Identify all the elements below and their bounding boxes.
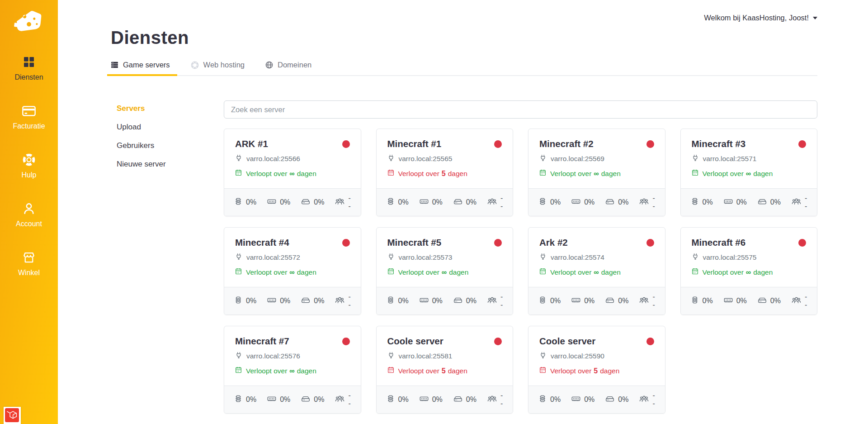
cpu-stat: 0%	[538, 197, 561, 207]
people-icon	[792, 296, 801, 306]
memory-icon	[724, 296, 733, 306]
subnav-item-upload[interactable]: Upload	[117, 123, 224, 132]
expiry-row: Verloopt over ∞ dagen	[235, 367, 350, 375]
server-card[interactable]: Minecraft #5 varro.loca	[376, 227, 514, 315]
cpu-icon	[234, 296, 242, 306]
expiry-row: Verloopt over ∞ dagen	[539, 268, 654, 276]
cpu-icon	[538, 296, 547, 306]
expiry-row: Verloopt over 5 dagen	[387, 169, 502, 178]
server-card-body: Minecraft #7 varro.loca	[224, 326, 361, 386]
disk-stat: 0%	[605, 296, 628, 306]
server-name: Coole server	[387, 336, 443, 347]
cpu-icon	[387, 296, 395, 306]
expiry-prefix: Verloopt over	[398, 170, 439, 178]
plug-icon	[539, 352, 547, 361]
cpu-stat: 0%	[234, 296, 256, 306]
disk-value: 0%	[314, 395, 324, 404]
tab-domeinen[interactable]: Domeinen	[265, 61, 311, 75]
tab-web-hosting[interactable]: Web hosting	[191, 61, 245, 75]
server-name: Coole server	[539, 336, 595, 347]
plug-icon	[692, 154, 699, 163]
server-card[interactable]: Minecraft #3 varro.loca	[680, 129, 818, 216]
expiry-suffix: dagen	[297, 170, 316, 178]
plug-icon	[235, 352, 242, 361]
cpu-icon	[538, 395, 547, 405]
expiry-suffix: dagen	[601, 170, 621, 178]
memory-icon	[420, 395, 429, 405]
server-card[interactable]: Minecraft #4 varro.loca	[224, 227, 361, 315]
cpu-stat: 0%	[691, 197, 713, 207]
players-stat: --	[639, 194, 655, 210]
server-card-body: Coole server varro.loca	[377, 326, 513, 386]
tab-game-servers[interactable]: Game servers	[111, 61, 170, 75]
server-card-body: Coole server varro.loca	[528, 326, 665, 386]
subnav-item-gebruikers[interactable]: Gebruikers	[117, 141, 224, 150]
ram-value: 0%	[432, 395, 443, 404]
topbar: Welkom bij KaasHosting, Joost!	[111, 14, 817, 22]
cpu-value: 0%	[246, 395, 256, 404]
sidebar-item-label: Facturatie	[13, 122, 45, 130]
user-menu[interactable]: Welkom bij KaasHosting, Joost!	[704, 14, 817, 22]
server-host: varro.local:25574	[551, 253, 604, 262]
players-stat: --	[487, 391, 503, 408]
status-dot	[342, 140, 350, 148]
server-grid: ARK #1 varro.local:2556	[224, 129, 817, 414]
laravel-badge[interactable]	[4, 407, 21, 424]
people-icon	[639, 197, 649, 207]
server-card[interactable]: Minecraft #1 varro.loca	[376, 129, 514, 216]
sidebar-item-facturatie[interactable]: Facturatie	[13, 104, 45, 130]
sidebar-item-hulp[interactable]: Hulp	[13, 153, 45, 179]
server-card[interactable]: Minecraft #7 varro.loca	[224, 326, 361, 414]
server-card[interactable]: ARK #1 varro.local:2556	[224, 129, 361, 216]
disk-value: 0%	[770, 297, 781, 305]
sidebar-item-label: Hulp	[22, 171, 37, 179]
server-card[interactable]: Coole server varro.loca	[376, 326, 514, 414]
server-host: varro.local:25581	[399, 352, 453, 360]
calendar-icon	[235, 367, 244, 375]
calendar-icon	[387, 268, 396, 276]
tab-label: Web hosting	[203, 61, 245, 69]
server-card-body: Minecraft #2 varro.loca	[528, 129, 665, 188]
people-icon	[792, 197, 801, 207]
cpu-value: 0%	[246, 198, 256, 206]
lifebuoy-icon	[22, 153, 36, 167]
cpu-value: 0%	[246, 297, 256, 305]
ram-stat: 0%	[420, 296, 443, 306]
subnav-item-nieuwe-server[interactable]: Nieuwe server	[117, 160, 224, 169]
players-stat: --	[335, 194, 350, 210]
sidebar-item-account[interactable]: Account	[13, 202, 45, 228]
server-host: varro.local:25573	[399, 253, 453, 262]
expiry-suffix: dagen	[448, 367, 467, 375]
players-value: --	[652, 293, 655, 309]
hdd-icon	[605, 197, 614, 207]
tab-label: Game servers	[123, 61, 170, 69]
players-stat: --	[335, 391, 350, 408]
players-value: --	[348, 194, 350, 210]
expiry-suffix: dagen	[601, 268, 621, 276]
server-host: varro.local:25572	[246, 253, 300, 262]
players-value: --	[500, 194, 503, 210]
subnav-item-servers[interactable]: Servers	[117, 104, 224, 113]
server-host: varro.local:25575	[703, 253, 757, 262]
cpu-icon	[387, 197, 395, 207]
status-dot	[342, 338, 350, 345]
sidebar-item-winkel[interactable]: Winkel	[13, 251, 45, 277]
expiry-row: Verloopt over ∞ dagen	[387, 268, 502, 276]
sidebar-item-diensten[interactable]: Diensten	[13, 55, 45, 81]
calendar-icon	[692, 169, 700, 178]
search-input[interactable]	[224, 100, 817, 119]
people-icon	[639, 395, 649, 405]
server-card[interactable]: Ark #2 varro.local:2557	[528, 227, 665, 315]
expiry-value: ∞	[289, 170, 294, 178]
server-card[interactable]: Minecraft #6 varro.loca	[680, 227, 818, 315]
server-card[interactable]: Coole server varro.loca	[528, 326, 665, 414]
disk-stat: 0%	[758, 296, 781, 306]
ram-value: 0%	[584, 297, 594, 305]
cpu-stat: 0%	[538, 395, 561, 405]
server-card[interactable]: Minecraft #2 varro.loca	[528, 129, 665, 216]
ram-stat: 0%	[571, 395, 594, 405]
expiry-prefix: Verloopt over	[246, 268, 287, 276]
server-name: ARK #1	[235, 138, 268, 149]
server-card-footer: 0% 0%	[681, 287, 817, 314]
expiry-value: ∞	[746, 268, 751, 276]
